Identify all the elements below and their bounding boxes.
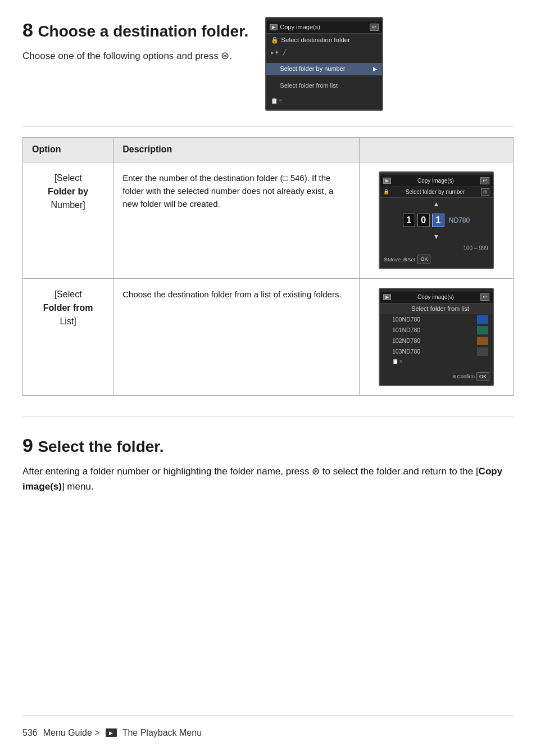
folder-thumb-3 [477, 337, 488, 345]
step9-body-part2: to select the folder and return to the [ [322, 466, 479, 477]
cam-list-item-1[interactable]: 100ND780 [380, 314, 493, 325]
cam-back-btn: ↩ [370, 24, 379, 31]
cam-num-subrow: 🔒 Select folder by number ⊞ [380, 187, 493, 198]
table-body: [Select Folder by Number] Enter the numb… [23, 162, 514, 396]
step8-title-line: 8 Choose a destination folder. [22, 17, 248, 44]
cam-lock-icon: 🔒 [271, 35, 279, 46]
cam-list-top: ▶ Copy image(s) ↩ [380, 292, 493, 304]
step9-body-part1: After entering a folder number or highli… [22, 466, 309, 477]
cam-up-arrow: ▲ [380, 198, 493, 211]
cam-ok-btn[interactable]: OK [417, 255, 430, 264]
cam-num-copy-label: Copy image(s) [393, 177, 478, 185]
cam-folder-number-arrow: ▶ [373, 65, 378, 73]
table-row: [Select Folder from List] Choose the des… [23, 278, 514, 396]
cam-list-item-2[interactable]: 101ND780 [380, 325, 493, 336]
table-row: [Select Folder by Number] Enter the numb… [23, 162, 514, 278]
step9-section: 9 Select the folder. After entering a fo… [22, 432, 514, 494]
screen-cell-1: ▶ Copy image(s) ↩ 🔒 Select folder by num… [359, 162, 513, 278]
cam-list-item-3[interactable]: 102ND780 [380, 336, 493, 346]
table-head: Option Description [23, 138, 514, 162]
cam-list-copy-label: Copy image(s) [393, 293, 478, 301]
cam-list-ok-btn[interactable]: OK [476, 372, 489, 382]
cam-num-top: ▶ Copy image(s) ↩ [380, 175, 493, 187]
cam-number-input-row: 1 0 1 ND780 [380, 210, 493, 230]
cam-list-item-4[interactable]: 103ND780 [380, 346, 493, 357]
cam-num-play-icon: ▶ [383, 178, 391, 184]
step9-header: 9 Select the folder. [22, 432, 514, 459]
cam-list-subtitle: Select folder from list [380, 304, 493, 314]
step8-header: 8 Choose a destination folder. Choose on… [22, 17, 514, 111]
col-screen-header [359, 138, 513, 162]
options-table: Option Description [Select Folder by Num… [22, 137, 514, 396]
folder-thumb-4 [477, 347, 488, 356]
step9-number: 9 [22, 434, 33, 456]
desc-cell-2: Choose the destination folder from a lis… [113, 278, 360, 396]
folder-thumb-1 [477, 315, 488, 324]
folder-thumb-2 [477, 326, 488, 334]
option-cell-1: [Select Folder by Number] [23, 162, 113, 278]
desc-cell-1: Enter the number of the destination fold… [113, 162, 360, 278]
option2-desc: Choose the destination folder from a lis… [122, 288, 350, 301]
cam-dest-row: 🔒 Select destination folder [266, 34, 382, 46]
divider1 [22, 126, 514, 127]
col-desc-header: Description [113, 138, 360, 162]
table-header-row: Option Description [23, 138, 514, 162]
cam-list-play-icon: ▶ [383, 294, 391, 300]
step8-title-block: 8 Choose a destination folder. Choose on… [22, 17, 248, 64]
col-option-header: Option [23, 138, 113, 162]
cam-down-arrow: ▼ [380, 230, 493, 243]
step9-ok-symbol: ⊛ [312, 466, 322, 477]
option-cell-2: [Select Folder from List] [23, 278, 113, 396]
cam-list-back: ↩ [480, 293, 489, 301]
cam-folder-number-item[interactable]: Select folder by number ▶ [266, 63, 382, 75]
cam-num-lock: 🔒 [383, 188, 389, 196]
cam-list-screen: ▶ Copy image(s) ↩ Select folder from lis… [379, 288, 494, 387]
footer-section: The Playback Menu [122, 727, 202, 739]
cam-bottom-icons: 📋 ≡ [266, 96, 382, 106]
cam-playback-icon: ▶ [270, 24, 278, 30]
cam-folder-list-item[interactable]: Select folder from list [266, 80, 382, 92]
option-label-2: [Select Folder from List] [32, 288, 104, 328]
cam-digit-3[interactable]: 1 [432, 214, 444, 227]
cam-num-icon-box: ⊞ [481, 188, 489, 196]
cam-range: 100 – 999 [380, 243, 493, 253]
cam-dest-label: Select destination folder [281, 35, 378, 45]
cam-top-row: ▶ Copy image(s) ↩ [266, 21, 382, 34]
footer-label: Menu Guide > [43, 727, 100, 739]
cam-move-label: ⊛Move [383, 256, 401, 263]
cam-range-text: 100 – 999 [463, 245, 488, 252]
option2-line3: List] [60, 316, 76, 326]
cam-icons-row: ▸✦ ╱ [266, 47, 382, 59]
step8-ok-symbol: ⊛ [221, 50, 229, 61]
step8-section: 8 Choose a destination folder. Choose on… [22, 17, 514, 116]
footer-playback-icon: ▶ [106, 728, 117, 737]
step9-body: After entering a folder number or highli… [22, 464, 506, 494]
option1-line3: Number] [51, 200, 85, 210]
step8-subtitle: Choose one of the following options and … [22, 48, 248, 64]
cam-camera-label: ND780 [449, 216, 470, 225]
screen-cell-2: ▶ Copy image(s) ↩ Select folder from lis… [359, 278, 513, 396]
option2-line1: [Select [54, 289, 82, 299]
page-container: 8 Choose a destination folder. Choose on… [0, 0, 536, 756]
step9-title: Select the folder. [38, 438, 163, 455]
camera-screen-top: ▶ Copy image(s) ↩ 🔒 Select destination f… [265, 17, 383, 111]
cam-set-label: ⊕Set [403, 256, 415, 263]
cam-list-icons: 📋 ≡ [380, 357, 493, 366]
step8-title: Choose a destination folder. [38, 22, 248, 40]
cam-num-sublabel: Select folder by number [392, 188, 479, 196]
cam-num-back: ↩ [480, 177, 489, 184]
option1-line2: Folder by [48, 187, 88, 196]
cam-bottom-bar-number: ⊛Move ⊕Set OK [380, 253, 493, 265]
cam-confirm-label: ⊛Confirm [452, 373, 475, 381]
divider2 [22, 416, 514, 417]
step8-number: 8 [22, 19, 33, 40]
option1-desc: Enter the number of the destination fold… [122, 171, 350, 211]
cam-list-bottom: ⊛Confirm OK [380, 371, 493, 383]
option-label-1: [Select Folder by Number] [32, 171, 104, 212]
cam-spacer3 [266, 92, 382, 96]
cam-number-screen: ▶ Copy image(s) ↩ 🔒 Select folder by num… [379, 171, 494, 269]
option1-line1: [Select [54, 173, 82, 183]
cam-digit-1[interactable]: 1 [403, 214, 415, 227]
cam-spacer2 [266, 75, 382, 80]
cam-digit-2[interactable]: 0 [417, 214, 430, 227]
